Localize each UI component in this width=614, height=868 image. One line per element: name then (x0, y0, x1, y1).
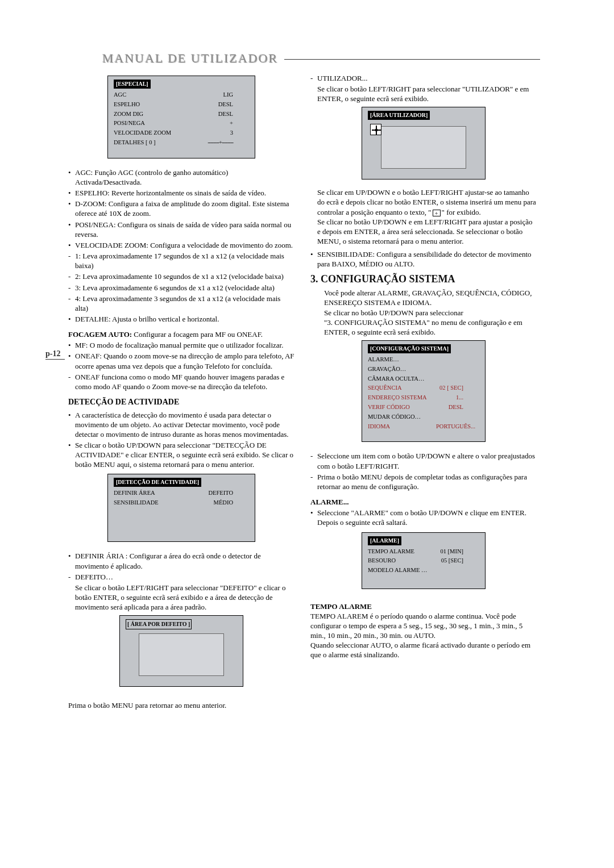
osd-row-label: AGC (114, 90, 182, 100)
osd-row-label: BESOURO (368, 556, 436, 566)
osd-line: GRAVAÇÃO… (368, 365, 479, 374)
para-text: Se clicar em UP/DOWN e o botão LEFT/RIGH… (317, 188, 536, 216)
osd-inner-box (381, 126, 466, 169)
para-text: Se clicar no botão UP/DOWN e em LEFT/RIG… (317, 217, 537, 246)
osd-row-value: 02 [ SEC] (439, 383, 463, 393)
deteccao-head: DETECÇÃO DE ACTIVIDADE (68, 397, 294, 407)
osd-row-label: ESPELHO (114, 100, 182, 110)
osd-row-value: DESL (449, 403, 463, 412)
dash-body: Se clicar o botão LEFT/RIGHT para selecc… (317, 84, 537, 103)
dash-text: 1: Leva aproximadamente 17 segundos de x… (75, 251, 294, 270)
osd-deteccao: [DETECÇÃO DE ACTIVIDADE] DEFINIR ÁREADEF… (107, 474, 255, 542)
dash-text: Prima o botão MENU depois de completar t… (317, 472, 537, 491)
bullet-text: SENSIBILIDADE: Configura a sensibilidade… (317, 249, 537, 269)
bullet-text: DETALHE: Ajusta o brilho vertical e hori… (75, 314, 294, 324)
focagem-head-bold: FOCAGEM AUTO: (68, 330, 132, 339)
page-number: p-12 (45, 349, 60, 358)
para-text: Se clicar no botão UP/DOWN para seleccio… (324, 308, 537, 318)
tempo-head: TEMPO ALARME (310, 602, 537, 611)
position-icon (433, 210, 441, 216)
osd-row-label: ENDEREÇO SISTEMA (368, 393, 436, 403)
footer-text: Prima o botão MENU para retornar ao menu… (68, 700, 294, 710)
osd-row-value: 01 [MIN] (440, 547, 463, 557)
bullet-text: ESPELHO: Reverte horizontalmente os sina… (75, 188, 294, 198)
osd-row-label: VELOCIDADE ZOOM (114, 128, 182, 138)
bullet-text: DEFINIR ÁRIA : Configurar a área do ecrã… (75, 551, 294, 570)
focagem-head-rest: Configurar a focagem para MF ou ONEAF. (132, 330, 263, 339)
dash-text: 2: Leva aproximadamente 10 segundos de x… (75, 272, 294, 281)
bullet-text: MF: O modo de focalização manual permite… (75, 340, 294, 350)
osd-row-label: SEQUÊNCIA (368, 383, 436, 393)
dash-text: ONEAF funciona como o modo MF quando hou… (75, 372, 294, 391)
bullet-text: AGC: Função AGC (controlo de ganho autom… (75, 168, 294, 187)
osd-area-utilizador: [ÁREA UTILIZADOR] (362, 107, 486, 180)
para-text: Quando seleccionar AUTO, o alarme ficará… (310, 640, 537, 660)
page-number-rule (45, 359, 65, 360)
osd-row-value: 3 (230, 128, 233, 138)
osd-row-value: 05 [SEC] (441, 556, 463, 566)
osd-config-sistema: [CONFIGURAÇÃO SISTEMA] ALARME… GRAVAÇÃO…… (362, 340, 486, 442)
osd-area-defeito-title: [ ÁREA POR DEFEITO ] (126, 619, 192, 629)
bullet-text: A característica de detecção do moviment… (75, 410, 294, 439)
osd-row-label: TEMPO ALARME (368, 547, 436, 557)
dash-text: 4: Leva aproximadamente 3 segundos de x1… (75, 294, 294, 313)
para-text: TEMPO ALAREM é o período quando o alarme… (310, 611, 537, 640)
osd-row-label: DEFINIR ÁREA (114, 489, 182, 498)
crosshair-icon (370, 124, 381, 135)
para-text: Você pode alterar ALARME, GRAVAÇÃO, SEQU… (324, 288, 537, 307)
osd-line: MODELO ALARME … (368, 566, 479, 575)
osd-especial: [ESPECIAL] AGCLIG ESPELHODESL ZOOM DIGDE… (107, 76, 255, 158)
config-head: 3. CONFIGURAÇÃO SISTEMA (310, 273, 537, 286)
osd-alarme-title: [ALARME] (368, 536, 401, 545)
osd-alarme: [ALARME] TEMPO ALARME01 [MIN] BESOURO05 … (362, 532, 486, 589)
dash-text: DEFEITO… (75, 572, 294, 582)
osd-line: CÂMARA OCULTA… (368, 374, 479, 384)
osd-row-label: IDIOMA (368, 422, 436, 432)
bullet-text: VELOCIDADE ZOOM: Configura a velocidade … (75, 240, 294, 250)
osd-row-value: --------+-------- (208, 138, 233, 148)
osd-row-value: PORTUGUÊS... (436, 422, 475, 432)
osd-line: ALARME… (368, 355, 479, 365)
osd-row-label: ZOOM DIG (114, 110, 182, 119)
osd-row-value: MÉDIO (214, 498, 233, 508)
osd-especial-title: [ESPECIAL] (114, 80, 151, 89)
osd-row-label: VERIF CÓDIGO (368, 403, 436, 412)
osd-row-value: DEFEITO (208, 489, 233, 498)
osd-row-label: SENSIBILIDADE (114, 498, 182, 508)
osd-config-title: [CONFIGURAÇÃO SISTEMA] (368, 344, 451, 353)
bullet-text: Seleccione "ALARME" com o botão UP/DOWN … (317, 508, 537, 527)
header-title: MANUAL DE UTILIZADOR (102, 51, 278, 66)
osd-row-value: 1... (456, 393, 463, 403)
dash-body: Se clicar o botão LEFT/RIGHT para selecc… (75, 583, 294, 612)
header-rule (284, 59, 540, 60)
bullet-text: D-ZOOM: Configura a faixa de amplitude d… (75, 199, 294, 218)
bullet-text: POSI/NEGA: Configura os sinais de saída … (75, 220, 294, 239)
osd-row-value: LIG (223, 90, 234, 100)
osd-row-label: DETALHES [ 0 ] (114, 138, 182, 148)
bullet-text: ONEAF: Quando o zoom move-se na direcção… (75, 351, 294, 370)
osd-row-value: DESL (218, 110, 233, 119)
osd-inner-box (139, 633, 224, 676)
osd-area-defeito: [ ÁREA POR DEFEITO ] (119, 615, 243, 687)
osd-area-utilizador-title: [ÁREA UTILIZADOR] (368, 111, 430, 120)
para-text: "3. CONFIGURAÇÃO SISTEMA" no menu de con… (324, 318, 537, 337)
alarme-head: ALARME... (310, 497, 537, 507)
osd-deteccao-title: [DETECÇÃO DE ACTIVIDADE] (114, 478, 201, 487)
osd-row-value: DESL (218, 100, 233, 110)
osd-row-value: + (230, 119, 233, 128)
dash-text: UTILIZADOR... (317, 73, 537, 83)
para-text: " for exibido. (442, 208, 481, 216)
dash-text: 3: Leva aproximadamente 6 segundos de x1… (75, 283, 294, 293)
bullet-text: Se clicar o botão UP/DOWN para seleccion… (75, 440, 294, 469)
dash-text: Seleccione um item com o botão UP/DOWN e… (317, 451, 537, 470)
osd-row-label: POSI/NEGA (114, 119, 182, 128)
osd-line: MUDAR CÓDIGO… (368, 412, 479, 422)
